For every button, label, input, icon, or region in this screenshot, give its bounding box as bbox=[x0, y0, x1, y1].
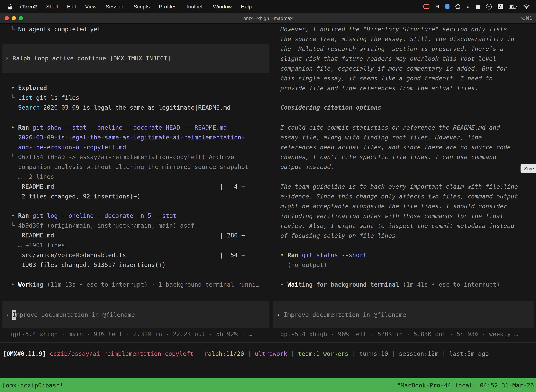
text-segment: The team guideline is to back every impo… bbox=[280, 183, 518, 190]
terminal-content: └ No agents completed yet› Ralph loop ac… bbox=[0, 23, 536, 378]
terminal-line: companion file, especially if more comme… bbox=[271, 64, 536, 73]
terminal-line: … +2 lines bbox=[0, 172, 271, 182]
menu-item-scripts[interactable]: Scripts bbox=[129, 4, 154, 9]
terminal-line: 2 files changed, 92 insertions(+) bbox=[0, 191, 271, 201]
pane-bottom-border bbox=[0, 342, 536, 343]
close-button[interactable] bbox=[5, 16, 9, 20]
command-input[interactable]: › Improve documentation in @filename bbox=[273, 301, 534, 328]
text-segment: essay file, along with finding root file… bbox=[280, 134, 482, 141]
terminal-line: review. Also, I might want to inspect th… bbox=[271, 221, 536, 231]
terminal-line: of focusing solely on file lines. bbox=[271, 231, 536, 241]
text-segment: git status --short bbox=[302, 252, 367, 258]
text-segment: • bbox=[280, 281, 287, 288]
text-segment: provide file and line references from th… bbox=[280, 85, 478, 92]
grid-icon[interactable]: ⊞ bbox=[435, 4, 439, 9]
terminal-line: references need actual files, and since … bbox=[271, 142, 536, 152]
terminal-line: src/voice/voiceModeEnabled.ts | 54 + bbox=[0, 250, 271, 260]
text-segment: companion analysis without altering the … bbox=[11, 163, 249, 170]
text-segment: └ bbox=[11, 26, 18, 33]
text-segment: Search bbox=[18, 104, 40, 111]
screen-overlay-button[interactable]: Scre bbox=[521, 164, 536, 173]
text-segment: ting for background terminal bbox=[298, 281, 399, 288]
terminal-line: Search 2026-03-09-is-legal-the-same-as-l… bbox=[0, 103, 271, 112]
text-segment: king bbox=[29, 281, 43, 288]
omx-status-segment: | bbox=[388, 350, 399, 357]
text-segment: the source tree, missing the essay. Stil… bbox=[280, 36, 514, 42]
text-segment: … +1901 lines bbox=[11, 242, 65, 249]
text-segment: companion file, especially if more comme… bbox=[280, 65, 507, 72]
omx-status-segment: session:12m bbox=[399, 350, 438, 357]
text-segment: review. Also, I might want to inspect th… bbox=[280, 222, 514, 229]
text-segment: I bbox=[13, 310, 16, 319]
text-segment: the "Related research writing" section i… bbox=[280, 45, 503, 52]
omx-status-segment: | bbox=[348, 350, 359, 357]
ralph-loop-banner: › Ralph loop active continue [OMX_TMUX_I… bbox=[2, 44, 269, 73]
omx-status-segment: | bbox=[244, 350, 255, 357]
input-source-icon[interactable]: A bbox=[498, 4, 503, 9]
omx-status-segment: [OMX#0.11.9] bbox=[3, 350, 50, 357]
menubar-status-icons: ⊞ ⠿ 61 A bbox=[423, 4, 532, 9]
traffic-lights bbox=[5, 16, 23, 20]
menu-items: iTerm2 Shell Edit View Session Scripts P… bbox=[15, 4, 256, 9]
text-segment: 2026-03-09-is-legal-the-same-as-legitima… bbox=[18, 134, 245, 141]
menu-item-profiles[interactable]: Profiles bbox=[154, 4, 181, 9]
wifi-glyph bbox=[523, 4, 530, 9]
omx-status-segment: turns:10 bbox=[359, 350, 388, 357]
text-segment bbox=[11, 104, 18, 111]
text-segment: Ran bbox=[18, 212, 29, 219]
circle-app-icon[interactable] bbox=[456, 4, 460, 9]
zoom-button[interactable] bbox=[19, 16, 23, 20]
terminal-line: companion analysis without altering the … bbox=[0, 162, 271, 172]
text-segment: and-the-erosion-of-copyleft.md bbox=[18, 144, 126, 151]
raycast-icon[interactable] bbox=[445, 4, 450, 9]
text-segment: └ bbox=[280, 261, 287, 268]
omx-status-segment: | bbox=[287, 350, 298, 357]
omx-status-segment: | bbox=[438, 350, 449, 357]
terminal-line: … +1901 lines bbox=[0, 240, 271, 250]
apple-menu[interactable] bbox=[4, 4, 15, 9]
command-input[interactable]: › Improve documentation in @filename bbox=[2, 301, 269, 328]
text-segment bbox=[11, 134, 18, 141]
battery-icon[interactable] bbox=[509, 5, 517, 9]
text-segment: evidence. Since this change only affects… bbox=[280, 193, 518, 200]
menu-item-iterm2[interactable]: iTerm2 bbox=[15, 4, 42, 9]
text-segment: Wor bbox=[18, 281, 29, 288]
text-segment: … +2 lines bbox=[11, 173, 54, 180]
text-segment: src/voice/voiceModeEnabled.ts | 54 + bbox=[11, 252, 245, 258]
menu-item-session[interactable]: Session bbox=[101, 4, 129, 9]
wifi-icon[interactable] bbox=[523, 4, 530, 9]
text-segment: 067f154 (HEAD -> essay/ai-reimplementati… bbox=[18, 154, 234, 160]
text-segment: 1903 files changed, 513517 insertions(+) bbox=[11, 261, 166, 268]
text-segment bbox=[11, 144, 18, 151]
terminal-line: • Ran git show --stat --oneline --decora… bbox=[0, 123, 271, 132]
app-grid-icon[interactable]: ⠿ bbox=[467, 4, 470, 9]
menu-item-shell[interactable]: Shell bbox=[42, 4, 62, 9]
menu-item-view[interactable]: View bbox=[81, 4, 101, 9]
window-title-bar[interactable]: omx --xhigh --madmax ⌥⌘1 bbox=[0, 13, 536, 23]
text-segment: └ bbox=[11, 154, 18, 160]
minimize-button[interactable] bbox=[12, 16, 16, 20]
window-title: omx --xhigh --madmax bbox=[0, 15, 536, 21]
text-segment: Ran bbox=[18, 124, 29, 131]
gauge-icon[interactable]: 61 bbox=[486, 4, 492, 9]
terminal-line: └ (no output) bbox=[271, 260, 536, 270]
text-segment bbox=[29, 124, 33, 131]
text-segment: › bbox=[5, 53, 13, 63]
menu-item-edit[interactable]: Edit bbox=[62, 4, 81, 9]
text-segment: • bbox=[280, 252, 287, 258]
text-segment: README.md | 280 + bbox=[11, 232, 245, 239]
thinking-heading: Considering citation options bbox=[271, 103, 536, 112]
menu-item-help[interactable]: Help bbox=[236, 4, 256, 9]
text-segment: └ bbox=[11, 94, 18, 101]
tmux-session-window: [omx-cczip0:bash* bbox=[2, 382, 63, 389]
ghost-icon[interactable] bbox=[476, 5, 480, 9]
menu-item-toolbelt[interactable]: Toolbelt bbox=[181, 4, 208, 9]
menu-item-window[interactable]: Window bbox=[208, 4, 236, 9]
omx-status-segment: ultrawork bbox=[255, 350, 287, 357]
terminal-line: the source tree, missing the essay. Stil… bbox=[271, 34, 536, 44]
agent-waiting-status: • Waiting for background terminal (1m 41… bbox=[271, 280, 536, 289]
pane-right: However, I noticed the "Directory Struct… bbox=[271, 23, 536, 342]
text-segment: I could cite commit statistics or refere… bbox=[280, 124, 453, 131]
screen-recording-indicator[interactable] bbox=[423, 4, 429, 9]
agent-working-status: • Working (11m 13s • esc to interrupt) ·… bbox=[0, 280, 271, 289]
